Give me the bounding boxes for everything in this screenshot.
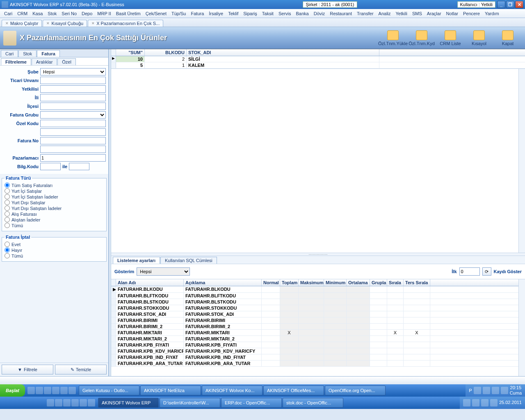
- menu-yardım[interactable]: Yardım: [482, 10, 502, 17]
- task-button[interactable]: AKINSOFT NetEliza: [140, 386, 201, 395]
- ltab-Fatura[interactable]: Fatura: [37, 50, 60, 57]
- tray-icon[interactable]: [492, 387, 499, 394]
- ql-icon[interactable]: [27, 387, 35, 394]
- ql-icon[interactable]: [68, 387, 76, 394]
- ilcesi-input[interactable]: [40, 103, 106, 110]
- menu-yetkili[interactable]: Yetkili: [393, 10, 410, 17]
- grid-row[interactable]: FATURAHR.BIRIMIFATURAHR.BIRIMI: [111, 317, 518, 324]
- menu-stok[interactable]: Stok: [45, 10, 59, 17]
- task-button[interactable]: Gelen Kutusu - Outlo...: [79, 386, 139, 395]
- task-button[interactable]: D:\selim\Kontroller\W...: [160, 398, 220, 408]
- maximize-button[interactable]: ❐: [506, 1, 514, 8]
- bottab-0[interactable]: Listeleme ayarları: [113, 257, 160, 264]
- menu-cari[interactable]: Cari: [2, 10, 15, 17]
- gh-Grupla[interactable]: Grupla: [370, 279, 387, 286]
- menu-kasa[interactable]: Kasa: [30, 10, 45, 17]
- doc-tab[interactable]: ✕Makro Çalıştır: [2, 20, 42, 27]
- fi-radio[interactable]: [5, 247, 10, 253]
- grid-row[interactable]: FATURAHR.STOKKODUFATURAHR.STOKKODU: [111, 305, 518, 311]
- clear-button[interactable]: ✎Temizle: [55, 365, 107, 374]
- ozelkodu-input[interactable]: [40, 120, 106, 127]
- fi-radio[interactable]: [5, 253, 10, 258]
- gh-Açıklama[interactable]: Açıklama: [184, 279, 262, 286]
- grid-row[interactable]: FATURAHR.MIKTARIFATURAHR.MIKTARIXXX: [111, 330, 518, 336]
- minimize-button[interactable]: _: [497, 1, 505, 8]
- ft-radio[interactable]: [5, 183, 10, 188]
- toolbar-Kapat[interactable]: Kapat: [494, 28, 522, 48]
- bilgkodu2-input[interactable]: [69, 163, 89, 170]
- menu-basit üretim[interactable]: Basit Üretim: [114, 10, 143, 17]
- ql-icon[interactable]: [47, 399, 54, 406]
- ozelkodu2-input[interactable]: [40, 128, 106, 136]
- fgrubu-select[interactable]: [40, 111, 106, 119]
- ql-icon[interactable]: [44, 387, 51, 394]
- tray-icon[interactable]: [483, 387, 490, 394]
- menu-restaurant[interactable]: Restaurant: [327, 10, 354, 17]
- grid-row[interactable]: FATURAHR.KPB_KDV_HARICFYFATURAHR.KPB_KDV…: [111, 348, 518, 354]
- clock-date[interactable]: 25.02.2011: [499, 400, 522, 405]
- grid-row[interactable]: FATURAHR.STOK_ADIFATURAHR.STOK_ADI: [111, 311, 518, 317]
- task-button[interactable]: stok.doc - OpenOffic...: [283, 398, 343, 408]
- menu-servis[interactable]: Servis: [276, 10, 294, 17]
- menu-crm[interactable]: CRM: [15, 10, 30, 17]
- task-button[interactable]: AKINSOFT Wolvox ERP: [98, 398, 159, 408]
- ql-icon[interactable]: [60, 387, 68, 394]
- doc-tab[interactable]: ✕Kısayol Çubuğu: [43, 20, 87, 27]
- ql-icon[interactable]: [36, 387, 43, 394]
- grid-row[interactable]: FATURAHR.KPB_ARA_TUTARFATURAHR.KPB_ARA_T…: [111, 361, 518, 367]
- close-icon[interactable]: ✕: [5, 21, 9, 25]
- ft-radio[interactable]: [5, 200, 10, 205]
- gh-Normal[interactable]: Normal: [262, 279, 280, 286]
- ql-icon[interactable]: [63, 399, 71, 406]
- user-box[interactable]: Kullanıcı : Yetkili: [457, 1, 496, 8]
- company-box[interactable]: Şirket : 2011 - ak (0001): [303, 1, 357, 8]
- task-button[interactable]: OpenOffice.org Open...: [325, 386, 386, 395]
- menu-tüp/su[interactable]: Tüp/Su: [169, 10, 188, 17]
- close-icon[interactable]: ✕: [91, 21, 95, 25]
- menu-transfer[interactable]: Transfer: [354, 10, 376, 17]
- close-button[interactable]: ✕: [515, 1, 523, 8]
- task-button[interactable]: AKINSOFT Wolvox Ko...: [202, 386, 262, 395]
- start-button[interactable]: Başlat: [0, 384, 25, 397]
- ili-input[interactable]: [40, 94, 106, 101]
- doc-tab[interactable]: ✕X Pazarlamacısının En Çok S...: [88, 20, 163, 27]
- horizontal-splitter[interactable]: ·····················: [111, 253, 525, 256]
- gosterim-select[interactable]: Hepsi: [137, 267, 190, 276]
- ilk-refresh-button[interactable]: ⟳: [482, 267, 491, 276]
- menu-depo[interactable]: Depo: [79, 10, 95, 17]
- subtab-Aralıklar[interactable]: Aralıklar: [32, 58, 57, 65]
- sube-select[interactable]: Hepsi: [40, 68, 106, 75]
- tray-icon[interactable]: [481, 399, 488, 406]
- gh-Sırala[interactable]: Sırala: [387, 279, 404, 286]
- grid-row[interactable]: FATURAHR.BIRIMI_2FATURAHR.BIRIMI_2: [111, 324, 518, 330]
- subtab-Özel[interactable]: Özel: [57, 58, 76, 65]
- clock[interactable]: 20:15Cuma: [510, 385, 522, 396]
- menu-çek/senet[interactable]: Çek/Senet: [143, 10, 169, 17]
- bottab-1[interactable]: Kullanılan SQL Cümlesi: [160, 257, 217, 264]
- menu-fatura[interactable]: Fatura: [188, 10, 206, 17]
- task-button[interactable]: AKINSOFT OfficeMes...: [263, 386, 324, 395]
- toolbar-Özl.Tnm.Yükle[interactable]: Özl.Tnm.Yükle: [379, 28, 407, 48]
- gh-Maksimum[interactable]: Maksimum: [299, 279, 324, 286]
- gh-Ters Sırala[interactable]: Ters Sırala: [404, 279, 430, 286]
- filter-button[interactable]: ▼Filtrele: [2, 365, 53, 374]
- menu-teklif[interactable]: Teklif: [226, 10, 241, 17]
- grid-row[interactable]: FATURAHR.KPB_FIYATIFATURAHR.KPB_FIYATI: [111, 342, 518, 348]
- ticari-input[interactable]: [40, 77, 106, 84]
- toolbar-CRM Liste[interactable]: CRM Liste: [436, 28, 464, 48]
- close-icon[interactable]: ✕: [46, 21, 50, 25]
- menu-banka[interactable]: Banka: [294, 10, 311, 17]
- ilk-input[interactable]: [459, 267, 480, 276]
- ft-radio[interactable]: [5, 223, 10, 228]
- menu-i̇rsaliye[interactable]: İrsaliye: [206, 10, 226, 17]
- menu-notlar[interactable]: Notlar: [444, 10, 461, 17]
- faturano2-input[interactable]: [40, 146, 106, 153]
- ft-radio[interactable]: [5, 194, 10, 199]
- ql-icon[interactable]: [55, 399, 62, 406]
- col-stokadi[interactable]: STOK_ADI: [187, 49, 379, 56]
- menu-araçlar[interactable]: Araçlar: [425, 10, 444, 17]
- ltab-Cari[interactable]: Cari: [1, 50, 18, 57]
- ql-icon[interactable]: [88, 399, 95, 406]
- tray-icon[interactable]: [472, 399, 479, 406]
- ft-radio[interactable]: [5, 205, 10, 211]
